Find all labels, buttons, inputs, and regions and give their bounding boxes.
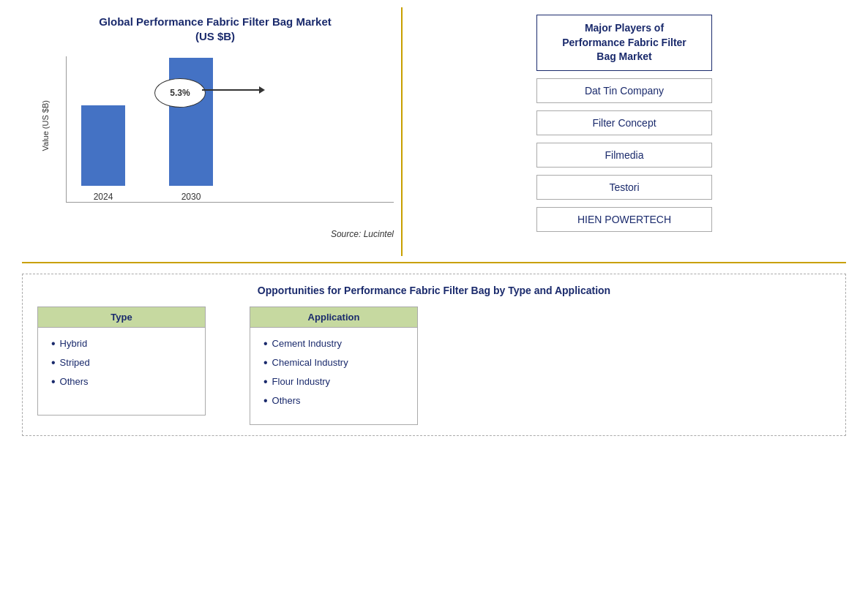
player-filter-concept: Filter Concept: [536, 110, 712, 135]
y-axis-label: Value (US $B): [41, 100, 50, 151]
player-filmedia: Filmedia: [536, 143, 712, 168]
chart-area: Global Performance Fabric Filter Bag Mar…: [22, 7, 403, 256]
bars-container: 5.3% 2024 2030: [66, 56, 394, 203]
app-item-chemical: • Chemical Industry: [263, 357, 404, 369]
chart-title: Global Performance Fabric Filter Bag Mar…: [99, 15, 332, 43]
cagr-bubble: 5.3%: [154, 78, 206, 108]
player-dat-tin: Dat Tin Company: [536, 78, 712, 103]
bar-2030: [169, 58, 213, 186]
categories-row: Type • Hybrid • Striped • Others: [37, 307, 831, 425]
opportunities-title: Opportunities for Performance Fabric Fil…: [37, 285, 831, 296]
bullet-striped: •: [51, 357, 56, 369]
player-testori: Testori: [536, 175, 712, 200]
bar-group-2024: 2024: [81, 105, 125, 202]
chart-wrapper: Value (US $B) 5.3% 2024: [37, 49, 394, 225]
bottom-section: Opportunities for Performance Fabric Fil…: [22, 274, 846, 436]
top-section: Global Performance Fabric Filter Bag Mar…: [22, 7, 846, 256]
type-item-striped: • Striped: [51, 357, 192, 369]
bullet-flour: •: [263, 376, 268, 388]
application-items: • Cement Industry • Chemical Industry • …: [250, 328, 418, 425]
app-item-others: • Others: [263, 395, 404, 407]
bullet-hybrid: •: [51, 338, 56, 350]
bar-label-2024: 2024: [94, 192, 113, 202]
players-title-line3: Bag Market: [596, 50, 651, 62]
bullet-type-others: •: [51, 376, 56, 388]
bar-label-2030: 2030: [182, 192, 201, 202]
bullet-cement: •: [263, 338, 268, 350]
bullet-chemical: •: [263, 357, 268, 369]
player-hien-powertech: HIEN POWERTECH: [536, 207, 712, 232]
source-text: Source: Lucintel: [37, 229, 394, 239]
cagr-value: 5.3%: [170, 88, 190, 98]
type-header: Type: [37, 307, 206, 328]
type-item-hybrid: • Hybrid: [51, 338, 192, 350]
application-block: Application • Cement Industry • Chemical…: [250, 307, 418, 425]
bullet-app-others: •: [263, 395, 268, 407]
bar-2024: [81, 105, 125, 186]
section-divider: [22, 262, 846, 263]
type-items: • Hybrid • Striped • Others: [37, 328, 206, 416]
application-header: Application: [250, 307, 418, 328]
players-title-box: Major Players of Performance Fabric Filt…: [536, 15, 712, 71]
players-title-line1: Major Players of: [585, 22, 664, 34]
cagr-arrow: [202, 89, 261, 91]
main-container: Global Performance Fabric Filter Bag Mar…: [0, 0, 868, 594]
chart-title-line1: Global Performance Fabric Filter Bag Mar…: [99, 15, 332, 28]
chart-title-line2: (US $B): [195, 30, 235, 42]
type-block: Type • Hybrid • Striped • Others: [37, 307, 206, 425]
app-item-flour: • Flour Industry: [263, 376, 404, 388]
players-title-line2: Performance Fabric Filter: [562, 37, 686, 48]
players-area: Major Players of Performance Fabric Filt…: [403, 7, 846, 256]
app-item-cement: • Cement Industry: [263, 338, 404, 350]
type-item-others: • Others: [51, 376, 192, 388]
